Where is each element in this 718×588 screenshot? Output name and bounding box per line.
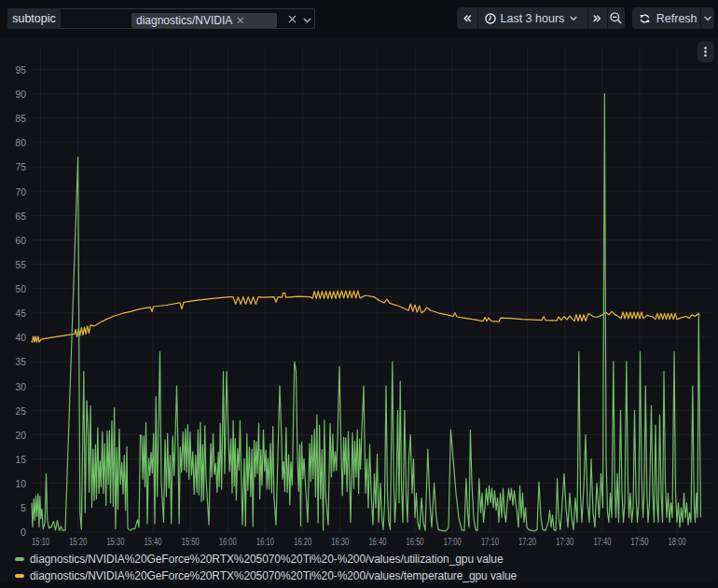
svg-text:85: 85 xyxy=(16,113,27,124)
svg-text:16:50: 16:50 xyxy=(407,536,424,547)
svg-text:70: 70 xyxy=(16,186,27,198)
svg-text:20: 20 xyxy=(16,430,27,441)
svg-text:17:30: 17:30 xyxy=(556,536,573,547)
svg-text:15:50: 15:50 xyxy=(182,536,200,547)
svg-text:45: 45 xyxy=(16,308,27,319)
svg-text:80: 80 xyxy=(16,137,27,148)
svg-text:40: 40 xyxy=(16,332,27,343)
svg-text:15: 15 xyxy=(16,454,27,465)
svg-text:35: 35 xyxy=(16,356,27,367)
svg-text:17:50: 17:50 xyxy=(631,536,649,547)
svg-text:17:00: 17:00 xyxy=(444,536,462,547)
svg-text:30: 30 xyxy=(16,381,27,392)
svg-text:65: 65 xyxy=(16,211,27,222)
svg-text:15:20: 15:20 xyxy=(69,536,87,547)
svg-text:16:00: 16:00 xyxy=(219,536,237,547)
svg-text:16:10: 16:10 xyxy=(256,536,274,547)
svg-text:16:30: 16:30 xyxy=(331,536,349,547)
svg-text:50: 50 xyxy=(16,283,27,294)
svg-text:95: 95 xyxy=(16,64,27,75)
svg-text:60: 60 xyxy=(16,235,27,246)
svg-text:75: 75 xyxy=(16,161,27,172)
svg-text:5: 5 xyxy=(21,502,26,513)
svg-text:25: 25 xyxy=(16,405,27,417)
svg-text:18:00: 18:00 xyxy=(669,536,686,547)
svg-text:15:30: 15:30 xyxy=(106,536,124,547)
svg-text:17:40: 17:40 xyxy=(593,536,611,547)
svg-text:16:20: 16:20 xyxy=(294,536,311,547)
svg-text:0: 0 xyxy=(21,526,26,538)
svg-text:17:10: 17:10 xyxy=(481,536,499,547)
svg-text:90: 90 xyxy=(16,89,27,100)
svg-text:15:10: 15:10 xyxy=(32,536,49,547)
svg-text:15:40: 15:40 xyxy=(145,536,162,547)
svg-text:17:20: 17:20 xyxy=(518,536,536,547)
svg-text:10: 10 xyxy=(16,478,27,489)
svg-text:16:40: 16:40 xyxy=(368,536,386,547)
svg-text:55: 55 xyxy=(16,259,27,270)
